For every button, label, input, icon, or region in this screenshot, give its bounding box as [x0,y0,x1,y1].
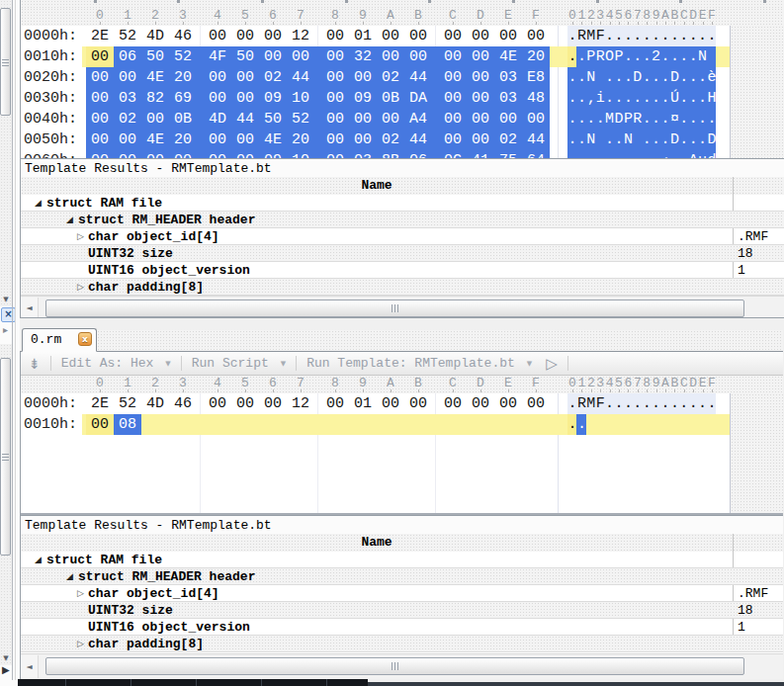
tab-close-icon[interactable]: x [78,332,92,346]
hex-byte[interactable]: 00 [141,109,169,129]
file-tab[interactable]: 0.rm x [22,328,97,352]
tree-row[interactable]: ▷char padding[8] [21,636,783,652]
hex-byte[interactable]: 00 [86,67,114,88]
hex-byte[interactable]: 00 [349,109,377,129]
hex-byte[interactable]: 00 [114,67,141,88]
hex-byte[interactable]: 00 [321,67,349,88]
hex-byte[interactable]: 03 [494,88,522,109]
hex-byte[interactable]: 00 [231,150,259,158]
hex-byte[interactable]: 46 [169,26,197,46]
hex-byte[interactable]: 75 [494,150,522,158]
hex-byte[interactable]: 4E [141,129,169,150]
tree-collapse-icon[interactable]: ◢ [66,571,73,581]
hex-byte[interactable]: 44 [231,109,259,129]
tree-row[interactable]: UINT16 object_version1 [21,619,783,636]
hex-byte[interactable]: 64 [522,150,550,158]
hex-byte[interactable]: 8B [377,150,404,158]
hex-byte[interactable]: 44 [287,67,314,88]
hex-byte[interactable]: 00 [404,26,432,46]
edit-as-dropdown[interactable]: Edit As: Hex▼ [61,356,171,371]
hex-byte[interactable]: 03 [349,150,377,158]
hex-byte[interactable]: 09 [349,88,377,109]
hex-byte[interactable]: 00 [204,88,231,109]
hex-byte[interactable]: 00 [141,150,169,158]
hex-byte[interactable]: 32 [349,46,377,67]
template-name-column-header[interactable]: Name [21,177,784,196]
tree-expand-icon[interactable]: ▷ [77,639,84,648]
hex-byte[interactable]: 69 [169,88,197,109]
hex-byte[interactable]: 52 [114,393,141,414]
hex-byte[interactable]: 00 [231,88,259,109]
tree-row[interactable]: ◢struct RAM file [21,195,784,212]
hex-ascii-char[interactable]: H [707,88,717,109]
tree-row[interactable]: UINT32 size18 [21,245,784,262]
hex-byte[interactable]: 00 [114,150,141,158]
hex-byte[interactable]: 52 [114,26,141,46]
tree-row[interactable]: ◢struct RM_HEADER header [21,212,784,228]
hex-byte[interactable]: 00 [321,46,349,67]
hex-byte[interactable]: 00 [204,26,231,46]
hex-byte[interactable]: 48 [522,88,550,109]
hex-byte[interactable]: 41 [467,150,494,158]
hex-byte[interactable]: 44 [522,129,550,150]
horizontal-scrollbar-thumb[interactable] [45,657,744,675]
hex-byte[interactable]: 00 [439,46,467,67]
hex-byte[interactable]: 00 [439,109,467,129]
hex-byte[interactable]: 02 [259,67,287,88]
hex-byte[interactable]: 00 [404,393,432,414]
hex-byte[interactable]: 20 [287,129,314,150]
hex-row[interactable]: 0010h:0008.. [21,414,783,435]
hex-byte[interactable]: 00 [321,150,349,158]
hex-byte[interactable]: 00 [377,393,404,414]
hex-byte[interactable]: 20 [522,46,550,67]
hex-byte[interactable]: 00 [259,46,287,67]
hex-editor-area[interactable]: 0000h:2E524D46000000120001000000000000.R… [21,393,783,513]
hex-byte[interactable]: 2E [86,393,114,414]
tree-row[interactable]: ◢struct RAM file [21,552,783,568]
hex-row[interactable]: 0040h:0002000B4D445052000000A400000000..… [21,109,784,129]
run-script-dropdown[interactable]: Run Script▼ [192,356,286,371]
hex-byte[interactable]: 00 [522,393,550,414]
hex-row[interactable]: 0020h:00004E200000024400000244000003E8..… [21,67,784,88]
hex-byte[interactable]: 00 [169,150,197,158]
template-name-column-header[interactable]: Name [21,534,783,553]
hex-row[interactable]: 0060h:000000000000091000038B060C417564..… [21,150,784,158]
hex-byte[interactable]: 00 [439,88,467,109]
hex-byte[interactable]: 00 [231,129,259,150]
hex-byte[interactable]: 00 [204,67,231,88]
hex-byte[interactable]: 00 [114,129,141,150]
tree-row[interactable]: ◢struct RM_HEADER header [21,568,783,585]
hex-byte[interactable]: 44 [404,67,432,88]
hex-ascii-char[interactable]: D [707,129,717,150]
hex-byte[interactable]: 00 [321,129,349,150]
hex-byte[interactable]: 00 [494,26,522,46]
hex-byte[interactable]: 10 [287,150,314,158]
horizontal-scrollbar[interactable]: ◄ [21,653,783,679]
hex-byte[interactable]: 00 [204,129,231,150]
hex-byte[interactable]: 02 [377,129,404,150]
hex-byte[interactable]: 00 [86,46,114,67]
hex-byte[interactable]: 03 [114,88,141,109]
scroll-down-arrow-icon[interactable]: ▼ [0,294,12,305]
run-template-dropdown[interactable]: Run Template: RMTemplate.bt▼ [306,356,532,371]
hex-byte[interactable]: 00 [439,26,467,46]
hex-byte[interactable]: 00 [349,129,377,150]
hex-byte[interactable]: 0C [439,150,467,158]
hex-byte[interactable]: 46 [169,393,197,414]
tree-collapse-icon[interactable]: ◢ [35,555,42,564]
hex-byte[interactable]: 00 [467,46,494,67]
hex-byte[interactable]: 20 [169,129,197,150]
run-template-play-button[interactable]: ▷ [546,355,558,373]
hex-byte[interactable]: 09 [259,88,287,109]
hex-ascii-char[interactable]: d [707,150,717,158]
hex-row[interactable]: 0000h:2E524D46000000120001000000000000.R… [21,393,783,414]
hex-byte[interactable]: 4D [204,109,231,129]
hex-byte[interactable]: 00 [287,46,314,67]
hex-byte[interactable]: 00 [377,26,404,46]
hex-byte[interactable]: 00 [259,26,287,46]
tree-row[interactable]: ▷char padding[8] [21,279,784,296]
hex-byte[interactable]: 4F [204,46,231,67]
scroll-down-arrow-icon[interactable]: ▼ [0,652,12,664]
hex-byte[interactable]: 00 [467,26,494,46]
hex-byte[interactable]: 00 [321,393,349,414]
